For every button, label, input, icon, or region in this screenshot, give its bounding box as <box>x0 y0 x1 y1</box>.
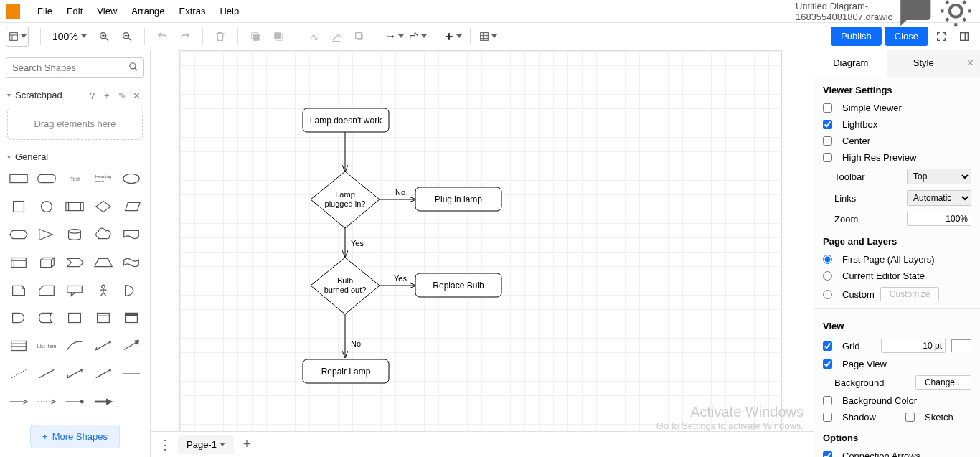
shadow-checkbox[interactable] <box>823 413 832 422</box>
shape-hexagon[interactable] <box>6 225 31 244</box>
search-shapes-input[interactable] <box>6 57 144 78</box>
shape-parallelogram[interactable] <box>119 197 144 216</box>
shape-link-thin[interactable] <box>119 364 144 383</box>
pages-menu-icon[interactable]: ⋮ <box>156 436 174 453</box>
sketch-checkbox[interactable] <box>905 413 915 422</box>
fill-color-icon[interactable] <box>303 27 324 47</box>
shape-cube[interactable] <box>34 253 59 272</box>
insert-icon[interactable] <box>443 27 463 47</box>
node-end[interactable]: Repair Lamp <box>303 359 389 383</box>
tab-style[interactable]: Style <box>887 50 961 77</box>
node-a1[interactable]: Plug in lamp <box>415 187 501 211</box>
shape-and[interactable] <box>6 308 31 327</box>
shape-frame[interactable] <box>90 308 116 327</box>
fullscreen-icon[interactable] <box>931 27 951 47</box>
menu-extras[interactable]: Extras <box>172 3 213 19</box>
node-q2[interactable]: Bulb burned out? <box>311 258 380 314</box>
shape-card[interactable] <box>34 281 59 300</box>
shape-link3[interactable] <box>62 392 88 411</box>
shape-callout[interactable] <box>62 281 88 300</box>
help-icon[interactable]: ? <box>90 90 100 100</box>
app-logo[interactable] <box>6 4 20 19</box>
canvas[interactable]: No Yes Yes No Lamp doesn't work Lamp plu… <box>151 50 814 457</box>
center-checkbox[interactable] <box>823 136 832 146</box>
menu-file[interactable]: File <box>30 3 60 19</box>
shadow-icon[interactable] <box>349 27 369 47</box>
shape-frame2[interactable] <box>119 308 144 327</box>
add-page-icon[interactable]: + <box>238 436 255 453</box>
shape-diamond[interactable] <box>90 197 116 216</box>
bg-color-checkbox[interactable] <box>823 396 832 405</box>
zoom-level[interactable]: 100% <box>48 31 91 42</box>
shape-dashed[interactable] <box>6 364 31 383</box>
page-view-select[interactable] <box>6 27 29 47</box>
node-q1[interactable]: Lamp plugged in? <box>311 171 380 228</box>
change-background-button[interactable]: Change... <box>915 375 971 390</box>
menu-edit[interactable]: Edit <box>60 3 90 19</box>
shape-link4[interactable] <box>90 392 116 411</box>
node-a2[interactable]: Replace Bulb <box>415 273 501 297</box>
shape-container[interactable] <box>62 308 88 327</box>
shape-process[interactable] <box>62 197 88 216</box>
shape-curve[interactable] <box>62 336 88 355</box>
general-header[interactable]: ▾ General <box>0 147 150 166</box>
simple-viewer-checkbox[interactable] <box>823 103 832 113</box>
node-start[interactable]: Lamp doesn't work <box>303 108 389 132</box>
shape-bidir-arrow[interactable] <box>90 336 116 355</box>
conn-arrows-checkbox[interactable] <box>823 451 832 457</box>
shape-textbox[interactable]: Heading━━━ <box>90 169 116 188</box>
customize-button[interactable]: Customize <box>880 287 940 301</box>
add-scratch-icon[interactable]: + <box>104 90 114 100</box>
shape-bidir-line[interactable] <box>62 364 88 383</box>
line-color-icon[interactable] <box>326 27 347 47</box>
lightbox-checkbox[interactable] <box>823 120 832 129</box>
shape-actor[interactable] <box>90 281 116 300</box>
shape-note[interactable] <box>6 281 31 300</box>
menu-help[interactable]: Help <box>212 3 246 19</box>
page-view-checkbox[interactable] <box>823 359 832 369</box>
toolbar-select[interactable]: Top <box>907 169 971 184</box>
table-icon[interactable] <box>478 27 498 47</box>
search-icon[interactable] <box>128 62 138 75</box>
shape-data-storage[interactable] <box>34 308 59 327</box>
delete-icon[interactable] <box>210 27 230 47</box>
custom-radio[interactable] <box>823 290 832 299</box>
to-back-icon[interactable] <box>268 27 288 47</box>
shape-dir-line[interactable] <box>90 364 116 383</box>
first-page-radio[interactable] <box>823 255 832 264</box>
shape-circle[interactable] <box>34 197 59 216</box>
high-res-checkbox[interactable] <box>823 153 832 162</box>
shape-arrow[interactable] <box>119 336 144 355</box>
grid-checkbox[interactable] <box>823 341 832 351</box>
redo-icon[interactable] <box>175 27 195 47</box>
canvas-page[interactable]: No Yes Yes No Lamp doesn't work Lamp plu… <box>179 50 782 457</box>
close-panel-icon[interactable]: ✕ <box>960 50 980 77</box>
shape-triangle[interactable] <box>34 225 59 244</box>
shape-rounded-rect[interactable] <box>34 169 59 188</box>
scratchpad-dropzone[interactable]: Drag elements here <box>7 108 143 140</box>
connection-icon[interactable] <box>385 27 405 47</box>
shape-tape[interactable] <box>119 253 144 272</box>
menu-arrange[interactable]: Arrange <box>124 3 171 19</box>
shape-list-item[interactable]: List Item <box>34 336 59 355</box>
shape-step[interactable] <box>62 253 88 272</box>
current-editor-radio[interactable] <box>823 271 832 281</box>
shape-list[interactable] <box>6 336 31 355</box>
zoom-out-icon[interactable] <box>117 27 137 47</box>
to-front-icon[interactable] <box>245 27 265 47</box>
shape-text[interactable]: Text <box>62 169 88 188</box>
scratchpad-header[interactable]: ▾ Scratchpad ? + ✎ ✕ <box>0 85 150 105</box>
close-button[interactable]: Close <box>885 27 928 46</box>
shape-internal-storage[interactable] <box>6 253 31 272</box>
shape-ellipse[interactable] <box>119 169 144 188</box>
menu-view[interactable]: View <box>90 3 124 19</box>
shape-rect[interactable] <box>6 169 31 188</box>
format-panel-icon[interactable] <box>954 27 974 47</box>
shape-document[interactable] <box>119 225 144 244</box>
shape-cloud[interactable] <box>90 225 116 244</box>
shape-or[interactable] <box>119 281 144 300</box>
shape-link2[interactable] <box>34 392 59 411</box>
grid-size-input[interactable] <box>881 339 946 353</box>
close-scratch-icon[interactable]: ✕ <box>133 90 143 100</box>
edit-scratch-icon[interactable]: ✎ <box>118 90 128 100</box>
